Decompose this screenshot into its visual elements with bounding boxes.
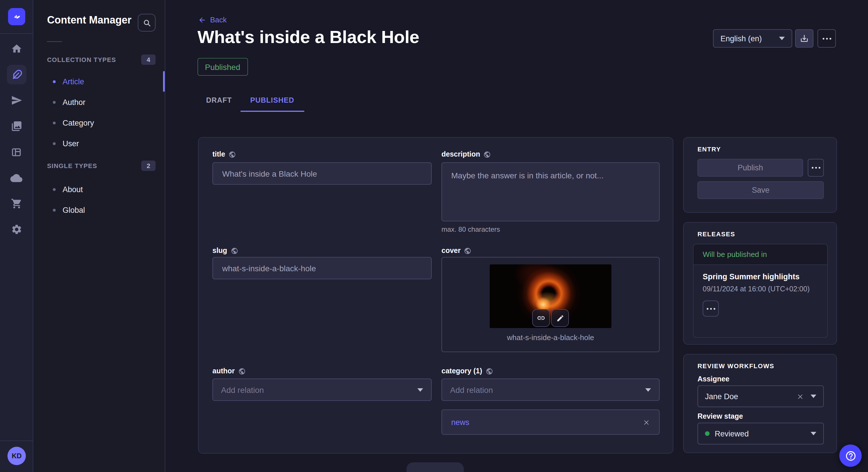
sidebar-item-article[interactable]: Article <box>33 71 165 92</box>
user-avatar[interactable]: KD <box>7 447 26 465</box>
pencil-icon <box>556 314 564 322</box>
title-field-label: title <box>212 150 236 158</box>
publish-button-label: Publish <box>738 164 763 172</box>
description-textarea[interactable]: Maybe the answer is in this article, or … <box>441 162 660 222</box>
strapi-logo[interactable] <box>8 8 25 25</box>
entry-more-button[interactable] <box>808 159 824 177</box>
tab-published[interactable]: PUBLISHED <box>241 90 304 112</box>
chevron-down-icon <box>645 388 651 392</box>
sidebar-item-content-manager[interactable] <box>7 65 26 84</box>
field-label-text: category (1) <box>441 367 482 375</box>
paper-plane-icon <box>11 95 22 106</box>
bullet-icon <box>53 121 56 124</box>
entry-form-panel: title description Maybe the answer is in… <box>198 137 673 453</box>
link-icon <box>537 314 546 322</box>
sidebar-item-content-type-builder[interactable] <box>0 142 33 162</box>
description-field-label: description <box>441 150 491 158</box>
sidebar-item-global[interactable]: Global <box>33 200 165 220</box>
help-button[interactable] <box>839 444 862 467</box>
home-icon <box>11 43 22 55</box>
publish-button[interactable]: Publish <box>698 159 803 177</box>
description-hint: max. 80 characters <box>441 225 500 233</box>
bullet-icon <box>53 142 56 145</box>
chevron-down-icon <box>811 432 816 435</box>
cover-media-card: what-s-inside-a-black-hole <box>441 257 660 352</box>
sidebar-item-author[interactable]: Author <box>33 92 165 112</box>
author-relation-select[interactable]: Add relation <box>212 378 432 401</box>
shopping-cart-icon <box>11 198 22 209</box>
save-button[interactable]: Save <box>698 181 824 199</box>
section-label-single-types: SINGLE TYPES <box>47 162 97 169</box>
assignee-combobox[interactable]: Jane Doe <box>698 385 824 407</box>
field-label-text: description <box>441 150 480 158</box>
save-button-label: Save <box>752 186 770 194</box>
bullet-icon <box>53 101 56 103</box>
copy-link-button[interactable] <box>532 309 550 327</box>
review-stage-combobox[interactable]: Reviewed <box>698 423 824 444</box>
release-status-banner: Will be published in <box>693 244 827 265</box>
locale-globe-icon <box>228 150 236 158</box>
remove-relation-button[interactable] <box>643 419 650 426</box>
locale-selector[interactable]: English (en) <box>713 29 792 47</box>
sidebar-item-category[interactable]: Category <box>33 112 165 133</box>
cover-image[interactable] <box>490 264 611 328</box>
search-icon <box>143 19 151 27</box>
divider <box>47 41 62 42</box>
locale-globe-icon <box>486 367 493 375</box>
more-actions-button[interactable] <box>817 29 836 47</box>
search-button[interactable] <box>138 14 156 32</box>
close-icon <box>643 419 650 426</box>
title-input[interactable] <box>212 162 432 185</box>
clear-assignee-button[interactable] <box>797 393 804 400</box>
close-icon <box>797 393 804 400</box>
page-title: What's inside a Black Hole <box>197 27 420 47</box>
section-label-collection-types: COLLECTION TYPES <box>47 56 116 63</box>
bullet-icon <box>53 80 56 83</box>
relation-placeholder: Add relation <box>221 385 264 394</box>
more-icon <box>811 167 821 169</box>
collection-types-count-badge: 4 <box>141 55 156 65</box>
download-icon <box>800 34 809 43</box>
chevron-down-icon <box>811 395 816 398</box>
back-link[interactable]: Back <box>198 15 227 24</box>
sidebar-item-marketplace[interactable] <box>0 194 33 213</box>
help-icon <box>845 450 856 461</box>
release-more-button[interactable] <box>703 301 719 316</box>
sidebar-item-about[interactable]: About <box>33 179 165 200</box>
releases-heading: RELEASES <box>698 231 735 237</box>
locale-globe-icon <box>230 247 238 255</box>
category-field-label: category (1) <box>441 367 493 375</box>
sidebar-item-label: User <box>63 139 79 148</box>
sidebar-item-cloud[interactable] <box>0 168 33 188</box>
bullet-icon <box>53 188 56 191</box>
locale-globe-icon <box>464 247 472 255</box>
cover-field-label: cover <box>441 247 472 255</box>
sidebar-item-label: Category <box>63 119 94 127</box>
field-label-text: slug <box>212 247 227 255</box>
scrolled-component-peek[interactable] <box>406 462 464 472</box>
sidebar-item-releases[interactable] <box>0 91 33 110</box>
slug-input[interactable] <box>212 257 432 279</box>
stage-value: Reviewed <box>715 429 749 438</box>
release-name: Spring Summer highlights <box>703 272 818 281</box>
sidebar-item-label: Article <box>63 77 84 86</box>
export-button[interactable] <box>795 29 813 47</box>
chevron-down-icon <box>779 37 785 40</box>
locale-value: English (en) <box>720 34 762 43</box>
edit-image-button[interactable] <box>551 309 569 327</box>
version-tabs: DRAFT PUBLISHED <box>197 90 304 112</box>
sidebar-item-label: About <box>63 185 83 194</box>
relation-link-news[interactable]: news <box>451 418 469 427</box>
active-item-indicator <box>163 71 165 92</box>
tab-draft[interactable]: DRAFT <box>197 90 241 112</box>
sidebar-item-home[interactable] <box>0 39 33 59</box>
app-window: KD Content Manager COLLECTION TYPES 4 Ar… <box>0 0 868 472</box>
sidebar-item-user[interactable]: User <box>33 133 165 154</box>
release-card: Will be published in Spring Summer highl… <box>693 244 828 338</box>
category-relation-select[interactable]: Add relation <box>441 378 660 401</box>
sidebar-item-settings[interactable] <box>0 220 33 239</box>
release-date: 09/11/2024 at 16:00 (UTC+02:00) <box>703 285 818 293</box>
stage-status-dot <box>705 431 710 436</box>
review-workflows-heading: REVIEW WORKFLOWS <box>698 363 774 369</box>
sidebar-item-media-library[interactable] <box>0 116 33 136</box>
